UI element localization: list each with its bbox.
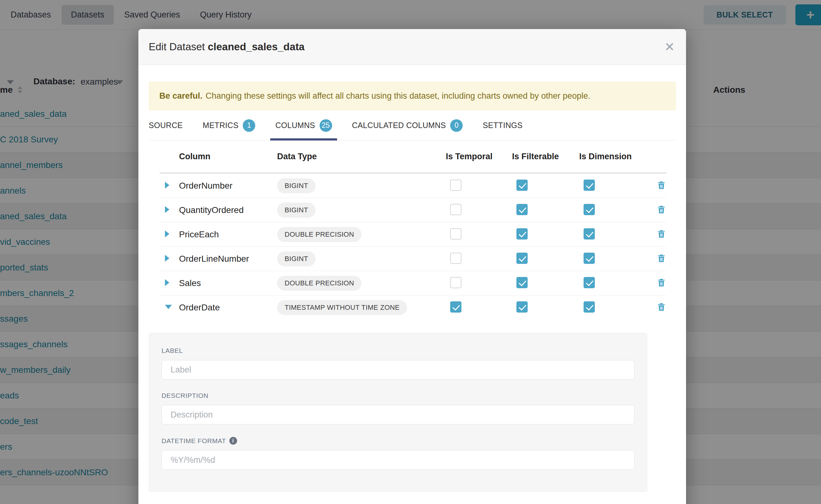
column-row: OrderLineNumber BIGINT [160, 247, 666, 271]
column-detail-panel: LABEL DESCRIPTION DATETIME FORMAT i [149, 333, 647, 492]
tab-settings[interactable]: SETTINGS [483, 111, 522, 140]
is-dimension-checkbox[interactable] [584, 180, 595, 191]
modal-title: Edit Dataset cleaned_sales_data [149, 41, 304, 53]
expand-caret-icon[interactable] [160, 230, 179, 239]
is-filterable-checkbox[interactable] [517, 277, 528, 288]
expand-caret-icon[interactable] [160, 255, 179, 263]
is-filterable-checkbox[interactable] [517, 301, 528, 313]
tab-count-badge: 0 [450, 119, 463, 132]
is-temporal-checkbox[interactable] [450, 301, 462, 313]
close-icon[interactable]: ✕ [664, 41, 675, 53]
is-temporal-checkbox[interactable] [450, 253, 462, 264]
is-dimension-header: Is Dimension [579, 152, 655, 161]
columns-table-body: OrderNumber BIGINT QuantityOrdered BIGIN… [160, 174, 666, 320]
column-name: QuantityOrdered [179, 205, 277, 215]
column-row: QuantityOrdered BIGINT [160, 198, 666, 222]
column-row: OrderDate TIMESTAMP WITHOUT TIME ZONE [160, 295, 666, 320]
expand-caret-icon[interactable] [160, 279, 179, 287]
data-type-pill: BIGINT [277, 178, 315, 193]
column-name: Sales [179, 278, 277, 288]
datetime-format-field-group: DATETIME FORMAT i [161, 437, 635, 470]
label-field-group: LABEL [161, 347, 635, 379]
modal-body: Be careful. Changing these settings will… [138, 82, 686, 492]
data-type-pill: DOUBLE PRECISION [277, 227, 361, 242]
expand-caret-icon[interactable] [160, 182, 179, 190]
warning-banner-bold: Be careful. [159, 91, 202, 101]
is-dimension-checkbox[interactable] [584, 253, 595, 264]
modal-tab-label: COLUMNS [275, 121, 315, 130]
is-filterable-header: Is Filterable [512, 152, 579, 161]
is-filterable-checkbox[interactable] [517, 180, 528, 191]
tab-count-badge: 1 [243, 119, 255, 132]
data-type-pill: TIMESTAMP WITHOUT TIME ZONE [277, 300, 407, 315]
delete-column-icon[interactable] [656, 180, 666, 191]
column-name: PriceEach [179, 230, 277, 240]
modal-tab-label: SOURCE [149, 121, 183, 130]
columns-table: Column Data Type Is Temporal Is Filterab… [160, 141, 666, 320]
column-header: Column [179, 152, 277, 161]
column-name: OrderNumber [179, 181, 277, 191]
modal-tab-label: CALCULATED COLUMNS [352, 121, 446, 130]
is-temporal-checkbox[interactable] [450, 204, 462, 215]
is-dimension-checkbox[interactable] [584, 228, 595, 240]
data-type-pill: BIGINT [277, 251, 315, 266]
is-filterable-checkbox[interactable] [517, 204, 528, 215]
expand-caret-icon[interactable] [160, 305, 179, 310]
modal-header: Edit Dataset cleaned_sales_data ✕ [138, 29, 686, 65]
is-filterable-checkbox[interactable] [517, 253, 528, 264]
is-dimension-checkbox[interactable] [584, 277, 595, 288]
delete-column-icon[interactable] [656, 253, 666, 264]
description-input[interactable] [161, 405, 635, 424]
modal-tabs: SOURCE METRICS 1 COLUMNS 25 CALCULATED C… [149, 111, 676, 141]
column-row: PriceEach DOUBLE PRECISION [160, 222, 666, 247]
expand-caret-icon[interactable] [160, 206, 179, 214]
data-type-pill: BIGINT [277, 203, 315, 218]
label-input[interactable] [161, 360, 635, 379]
delete-column-icon[interactable] [656, 205, 666, 216]
modal-tab-label: METRICS [203, 121, 239, 130]
edit-dataset-modal: Edit Dataset cleaned_sales_data ✕ Be car… [138, 29, 686, 504]
is-dimension-checkbox[interactable] [584, 301, 595, 313]
modal-title-dataset-name: cleaned_sales_data [208, 41, 304, 52]
info-icon[interactable]: i [229, 437, 237, 445]
data-type-pill: DOUBLE PRECISION [277, 276, 361, 291]
datetime-format-field-label: DATETIME FORMAT i [161, 437, 635, 445]
column-name: OrderDate [179, 303, 277, 313]
tab-calculated-columns[interactable]: CALCULATED COLUMNS 0 [352, 111, 463, 140]
warning-banner: Be careful. Changing these settings will… [149, 82, 676, 111]
is-temporal-checkbox[interactable] [450, 228, 462, 240]
tab-source[interactable]: SOURCE [149, 111, 183, 140]
warning-banner-text: Changing these settings will affect all … [205, 91, 591, 101]
delete-column-icon[interactable] [656, 278, 666, 289]
modal-title-prefix: Edit Dataset [149, 41, 208, 52]
description-field-group: DESCRIPTION [161, 392, 635, 424]
modal-tab-label: SETTINGS [483, 121, 522, 130]
is-dimension-checkbox[interactable] [584, 204, 595, 215]
column-row: Sales DOUBLE PRECISION [160, 271, 666, 295]
tab-count-badge: 25 [319, 119, 332, 132]
datetime-format-input[interactable] [161, 450, 635, 470]
tab-columns[interactable]: COLUMNS 25 [275, 111, 332, 140]
delete-column-icon[interactable] [656, 302, 666, 313]
is-temporal-header: Is Temporal [446, 152, 512, 161]
delete-column-icon[interactable] [656, 229, 666, 240]
label-field-label: LABEL [161, 347, 635, 354]
is-temporal-checkbox[interactable] [450, 277, 462, 288]
column-row: OrderNumber BIGINT [160, 174, 666, 198]
description-field-label: DESCRIPTION [161, 392, 635, 399]
tab-metrics[interactable]: METRICS 1 [203, 111, 255, 140]
is-filterable-checkbox[interactable] [517, 228, 528, 240]
is-temporal-checkbox[interactable] [450, 180, 462, 191]
column-name: OrderLineNumber [179, 254, 277, 264]
columns-table-header: Column Data Type Is Temporal Is Filterab… [160, 141, 666, 174]
data-type-header: Data Type [277, 152, 446, 161]
